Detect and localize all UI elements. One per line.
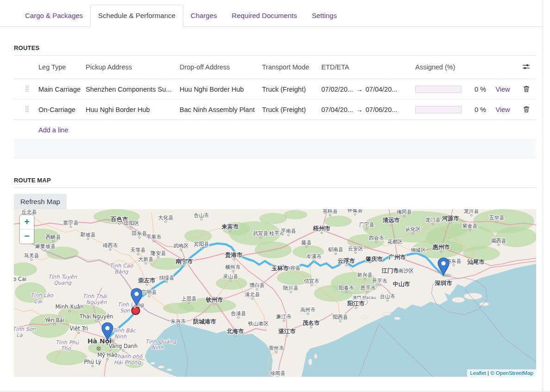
col-header-pickup: Pickup Address [86, 63, 180, 71]
svg-text:龙门县: 龙门县 [425, 217, 441, 223]
refresh-map-button[interactable]: Refresh Map [14, 194, 67, 209]
zoom-in-button[interactable]: + [20, 215, 34, 229]
svg-text:惠州市: 惠州市 [432, 243, 450, 250]
svg-text:Lào Cai: Lào Cai [14, 276, 26, 282]
tab-charges[interactable]: Charges [183, 5, 225, 26]
svg-text:徐闻县: 徐闻县 [270, 370, 286, 376]
svg-text:Thành phố: Thành phố [114, 353, 144, 360]
svg-text:澳門 Macau: 澳門 Macau [353, 295, 376, 300]
svg-text:富宁县: 富宁县 [63, 220, 79, 226]
svg-text:麻栗坡县: 麻栗坡县 [35, 243, 56, 249]
leg-type-cell[interactable]: Main Carriage [38, 86, 86, 93]
svg-text:云安区: 云安区 [348, 246, 363, 252]
svg-text:Mỹ Hào: Mỹ Hào [97, 352, 117, 358]
route-row-2: On-Carriage Huu Nghi Border Hub Bac Ninh… [14, 100, 536, 120]
pickup-address-cell[interactable]: Shenzhen Components Su... [86, 86, 180, 93]
svg-text:汕尾市: 汕尾市 [467, 258, 485, 265]
etd-date[interactable]: 07/02/20... [321, 86, 353, 93]
svg-text:增城区: 增城区 [411, 247, 426, 253]
svg-text:武宣县: 武宣县 [253, 230, 269, 236]
transport-mode-cell[interactable]: Truck (Freight) [262, 86, 321, 93]
svg-text:隆安县: 隆安县 [151, 250, 166, 256]
svg-text:大新县: 大新县 [138, 256, 154, 262]
dropoff-address-cell[interactable]: Bac Ninh Assembly Plant [180, 106, 262, 113]
assigned-progress-cell [415, 86, 465, 93]
svg-text:佛冈县: 佛冈县 [397, 209, 412, 215]
svg-text:Việt Trì: Việt Trì [69, 325, 88, 332]
svg-text:岑溪市: 岑溪市 [306, 254, 322, 260]
svg-text:贵港市: 贵港市 [225, 251, 243, 258]
svg-text:Tỉnh Tuyên: Tỉnh Tuyên [48, 274, 77, 280]
tab-required-documents[interactable]: Required Documents [225, 5, 305, 26]
svg-text:Yên Bái: Yên Bái [44, 317, 64, 324]
svg-text:北海市: 北海市 [226, 328, 244, 335]
svg-text:灵山县: 灵山县 [223, 274, 238, 280]
delete-row-icon[interactable] [523, 105, 530, 114]
eta-date[interactable]: 07/06/20... [366, 106, 398, 113]
leaflet-link[interactable]: Leaflet [470, 370, 486, 376]
delete-row-icon[interactable] [523, 85, 530, 94]
svg-text:宾阳县: 宾阳县 [194, 241, 209, 247]
svg-text:开平市: 开平市 [372, 278, 388, 284]
svg-text:龙川县: 龙川县 [464, 209, 479, 214]
drag-handle-icon[interactable] [25, 85, 29, 93]
routes-section-title: ROUTES [14, 44, 536, 56]
sheet-right-border [543, 0, 543, 391]
assigned-percent: 0 % [465, 86, 489, 93]
svg-text:天等县: 天等县 [131, 247, 146, 253]
svg-text:Bằng: Bằng [114, 268, 128, 275]
svg-text:Vàng Danh: Vàng Danh [109, 343, 138, 349]
svg-text:陆川县: 陆川县 [283, 285, 299, 291]
svg-text:阳西县: 阳西县 [333, 314, 348, 320]
arrow-right-icon: → [356, 106, 363, 113]
svg-text:Thọ: Thọ [61, 345, 71, 352]
openstreetmap-link[interactable]: © OpenStreetMap [490, 370, 533, 376]
svg-text:新兴县: 新兴县 [357, 272, 373, 278]
transport-mode-cell[interactable]: Truck (Freight) [262, 106, 321, 113]
svg-text:Nguyên: Nguyên [86, 299, 107, 305]
leg-type-cell[interactable]: On-Carriage [38, 106, 86, 113]
etd-eta-cell[interactable]: 07/02/20... → 07/04/20... [321, 85, 415, 93]
view-route-link[interactable]: View [489, 86, 516, 93]
col-header-dropoff: Drop-off Address [180, 63, 262, 71]
pickup-address-cell[interactable]: Huu Nghi Border Hub [86, 106, 180, 113]
svg-text:Sơn: Sơn [120, 307, 130, 314]
svg-text:雷州市: 雷州市 [269, 345, 284, 351]
drag-handle-icon[interactable] [25, 106, 29, 114]
svg-text:藤县: 藤县 [301, 240, 312, 246]
svg-text:Cai: Cai [34, 298, 43, 305]
tab-schedule-performance[interactable]: Schedule & Performance [90, 5, 183, 27]
svg-text:靖西市: 靖西市 [103, 243, 118, 249]
routes-table-header: Leg Type Pickup Address Drop-off Address… [14, 56, 536, 79]
map-zoom-control: + − [20, 215, 34, 243]
sheet-bottom-border [0, 391, 550, 392]
svg-text:来宾市: 来宾市 [221, 223, 239, 230]
add-a-line-link[interactable]: Add a line [14, 120, 536, 140]
svg-text:防城港市: 防城港市 [193, 318, 217, 325]
svg-text:Tỉnh Bắc: Tỉnh Bắc [112, 327, 136, 334]
table-footer-strip [14, 140, 536, 158]
svg-text:深圳市: 深圳市 [434, 280, 452, 286]
svg-text:西畴县: 西畴县 [46, 234, 61, 240]
etd-date[interactable]: 07/04/20... [321, 106, 353, 113]
zoom-out-button[interactable]: − [20, 229, 34, 243]
svg-text:Ninh: Ninh [151, 344, 164, 351]
etd-eta-cell[interactable]: 07/04/20... → 07/06/20... [321, 106, 415, 113]
eta-date[interactable]: 07/04/20... [366, 86, 398, 93]
view-route-link[interactable]: View [489, 106, 516, 113]
leaflet-map-canvas[interactable]: 百色市南宁市来宾市贵港市梧州市广州市云浮市肇庆市惠州市深圳市中山市江门市崇左市河… [14, 209, 536, 377]
svg-text:Hải Phòng: Hải Phòng [114, 359, 141, 366]
svg-text:茂名市: 茂名市 [302, 319, 320, 326]
svg-text:铁山港区: 铁山港区 [248, 321, 269, 327]
svg-text:江门市: 江门市 [381, 267, 399, 274]
dropoff-address-cell[interactable]: Huu Nghi Border Hub [180, 86, 262, 93]
svg-text:丘北县: 丘北县 [22, 209, 37, 215]
tab-cargo-packages[interactable]: Cargo & Packages [18, 5, 90, 26]
col-header-leg-type: Leg Type [38, 63, 86, 71]
svg-text:阳春市: 阳春市 [339, 285, 354, 291]
tab-settings[interactable]: Settings [304, 5, 344, 26]
map-attribution: Leaflet | © OpenStreetMap [467, 369, 536, 377]
svg-text:博白县: 博白县 [250, 282, 265, 288]
svg-text:广宁县: 广宁县 [359, 222, 375, 228]
optional-columns-icon[interactable] [522, 63, 530, 71]
